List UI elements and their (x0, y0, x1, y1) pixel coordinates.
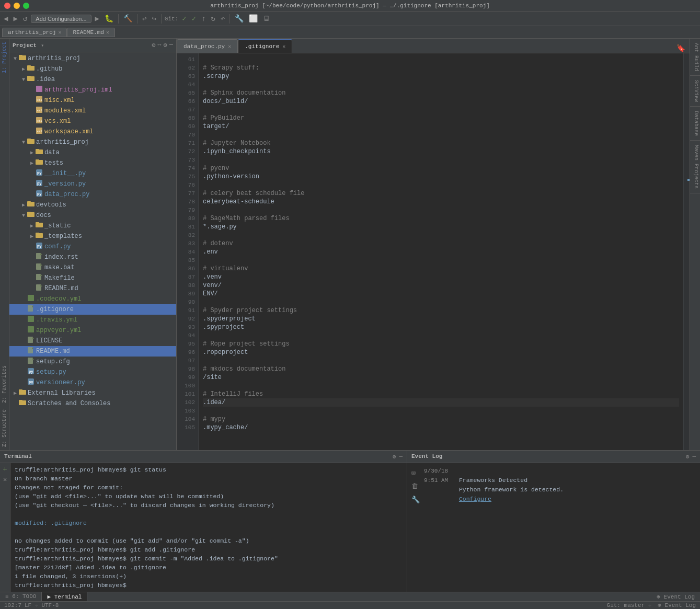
back-icon[interactable]: ◀ (2, 14, 9, 23)
bookmark-icon[interactable]: 🔖 (676, 44, 685, 53)
git-check-icon[interactable]: ✓ (180, 14, 188, 23)
debug-icon[interactable]: 🐛 (103, 14, 115, 23)
tree-item[interactable]: ▼arthritis_proj (9, 137, 176, 147)
code-content[interactable]: # Scrapy stuff:.scrapy# Sphinx documenta… (199, 53, 683, 450)
tree-item[interactable]: .gitignore (9, 304, 176, 315)
tree-item[interactable]: README.md (9, 346, 176, 357)
window-controls[interactable] (4, 3, 29, 9)
panel-dropdown-icon[interactable]: ▾ (41, 42, 44, 49)
tab-terminal[interactable]: ▶ Terminal (42, 592, 87, 601)
refresh-icon[interactable]: ↺ (21, 14, 29, 23)
tree-file-icon (36, 148, 43, 157)
editor-tab-data-proc[interactable]: data_proc.py ✕ (177, 39, 238, 53)
git-revert-icon[interactable]: ↶ (219, 14, 226, 23)
tree-item[interactable]: make.bat (9, 262, 176, 273)
close-terminal-icon[interactable]: ✕ (3, 476, 7, 484)
search-everywhere-icon[interactable]: ⬜ (247, 14, 259, 23)
tree-item[interactable]: xmlmisc.xml (9, 95, 176, 106)
tree-item[interactable]: ▶.github (9, 64, 176, 74)
line-number: 90 (177, 298, 195, 306)
tree-item[interactable]: ▶External Libraries (9, 388, 176, 398)
tree-item[interactable]: ▶tests (9, 158, 176, 168)
sync-icon[interactable]: ⚙ (152, 41, 155, 49)
tree-item[interactable]: pysetup.py (9, 367, 176, 377)
tree-item[interactable]: arthritis_proj.iml (9, 85, 176, 95)
minimize-panel-icon[interactable]: — (169, 41, 173, 49)
tab-event-log[interactable]: ⊕ Event Log (651, 592, 700, 601)
close-button[interactable] (4, 3, 10, 9)
redo-icon[interactable]: ↪ (150, 14, 157, 23)
editor-tab-data-proc-close[interactable]: ✕ (228, 43, 231, 50)
git-tick-icon[interactable]: ✓ (190, 14, 198, 23)
add-terminal-icon[interactable]: + (3, 465, 7, 474)
project-tab-close[interactable]: ✕ (58, 29, 61, 36)
tree-item[interactable]: ▼.idea (9, 74, 176, 85)
right-tab-ant-build[interactable]: Ant Build (690, 39, 700, 76)
right-tab-sciview[interactable]: SciView (690, 76, 700, 107)
tree-item[interactable]: ▼arthritis_proj (9, 53, 176, 64)
statusbar-git[interactable]: Git: master ÷ (607, 602, 652, 608)
build-icon[interactable]: 🔨 (122, 14, 134, 23)
run-icon[interactable]: ▶ (94, 14, 101, 23)
project-tab-arthritis[interactable]: arthritis_proj ✕ (2, 28, 67, 37)
tree-item[interactable]: pyconf.py (9, 242, 176, 252)
tree-item[interactable]: index.rst (9, 252, 176, 262)
undo-icon[interactable]: ↩ (141, 14, 148, 23)
tree-item[interactable]: LICENSE (9, 336, 176, 346)
tree-file-icon (36, 263, 43, 272)
line-number: 67 (177, 106, 195, 114)
tree-item[interactable]: py__init__.py (9, 168, 176, 179)
right-tab-database[interactable]: Database (690, 107, 700, 141)
statusbar-position[interactable]: 102:7 (4, 602, 21, 608)
tree-item[interactable]: pydata_proc.py (9, 189, 176, 200)
tree-item[interactable]: pyversioneer.py (9, 377, 176, 388)
maximize-button[interactable] (23, 3, 29, 9)
event-delete-icon[interactable]: 🗑 (411, 482, 424, 491)
tree-item[interactable]: setup.cfg (9, 357, 176, 367)
tree-item[interactable]: Scratches and Consoles (9, 398, 176, 409)
event-minimize-icon[interactable]: — (692, 453, 696, 459)
expand-icon[interactable]: ↔ (157, 41, 161, 49)
event-tool-icon[interactable]: 🔧 (411, 496, 424, 505)
settings-icon[interactable]: 🔧 (233, 14, 245, 23)
statusbar-encoding[interactable]: UTF-8 (41, 602, 59, 608)
terminal-settings-icon[interactable]: ⚙ (393, 453, 396, 460)
tree-item[interactable]: ▼docs (9, 210, 176, 221)
sidebar-item-favorites[interactable]: 2: Favorites (1, 362, 8, 406)
tree-item[interactable]: Makefile (9, 273, 176, 283)
editor-tab-gitignore[interactable]: .gitignore ✕ (238, 39, 292, 53)
git-pull-icon[interactable]: ↻ (210, 14, 217, 23)
sidebar-item-structure[interactable]: Z: Structure (1, 406, 8, 450)
tree-item[interactable]: ▶_static (9, 221, 176, 231)
add-config-button[interactable]: Add Configuration... (31, 15, 91, 23)
settings2-icon[interactable]: ⚙ (164, 41, 167, 49)
tree-item[interactable]: xmlvcs.xml (9, 116, 176, 127)
editor-tab-gitignore-close[interactable]: ✕ (282, 43, 285, 50)
terminal-content[interactable]: truffle:arthritis_proj hbmayes$ git stat… (10, 463, 407, 592)
terminal-icon[interactable]: 🖥 (261, 15, 272, 23)
project-tab-readme[interactable]: README.md ✕ (67, 28, 114, 37)
tree-item[interactable]: ▶devtools (9, 200, 176, 210)
sidebar-item-project[interactable]: 1: Project (1, 39, 8, 76)
event-configure-link[interactable]: Configure (459, 496, 491, 502)
tree-item[interactable]: xmlmodules.xml (9, 106, 176, 116)
tree-item[interactable]: .travis.yml (9, 315, 176, 325)
event-settings-icon[interactable]: ⚙ (686, 453, 690, 460)
tree-item[interactable]: ▶_templates (9, 231, 176, 242)
statusbar-lf[interactable]: LF ÷ (25, 602, 38, 608)
forward-icon[interactable]: ▶ (12, 14, 19, 23)
tree-item[interactable]: ▶data (9, 147, 176, 158)
tree-item[interactable]: appveyor.yml (9, 325, 176, 336)
minimize-button[interactable] (14, 3, 20, 9)
tree-item[interactable]: xmlworkspace.xml (9, 127, 176, 137)
git-push-icon[interactable]: ↑ (200, 15, 207, 23)
tree-item[interactable]: .codecov.yml (9, 294, 176, 304)
right-tab-maven[interactable]: Maven Projects (690, 141, 700, 193)
tab-todo[interactable]: ≡ 6: TODO (0, 592, 42, 601)
event-msg-icon[interactable]: ✉ (411, 468, 424, 478)
project-tab-readme-close[interactable]: ✕ (106, 29, 109, 36)
terminal-minimize-icon[interactable]: — (399, 453, 403, 459)
statusbar-event-log[interactable]: ⊕ Event Log (658, 602, 696, 608)
tree-item[interactable]: README.md (9, 283, 176, 294)
tree-item[interactable]: py_version.py (9, 179, 176, 189)
